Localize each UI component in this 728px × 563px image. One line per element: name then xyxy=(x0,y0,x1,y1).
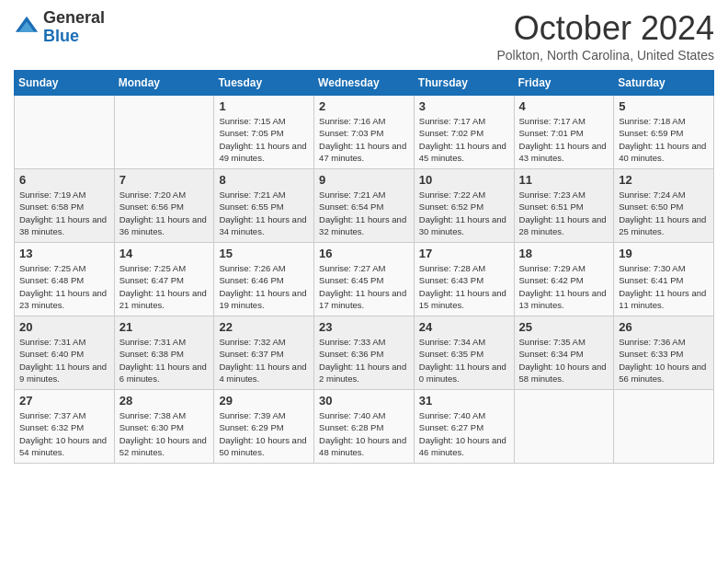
day-info: Sunrise: 7:38 AM Sunset: 6:30 PM Dayligh… xyxy=(119,409,210,458)
header-row: SundayMondayTuesdayWednesdayThursdayFrid… xyxy=(15,71,714,96)
day-info: Sunrise: 7:37 AM Sunset: 6:32 PM Dayligh… xyxy=(19,409,109,458)
day-info: Sunrise: 7:28 AM Sunset: 6:43 PM Dayligh… xyxy=(419,262,509,311)
calendar-cell: 18Sunrise: 7:29 AM Sunset: 6:42 PM Dayli… xyxy=(514,243,614,316)
day-info: Sunrise: 7:27 AM Sunset: 6:45 PM Dayligh… xyxy=(319,262,409,311)
calendar-cell: 5Sunrise: 7:18 AM Sunset: 6:59 PM Daylig… xyxy=(614,96,714,169)
header-cell-tuesday: Tuesday xyxy=(214,71,314,96)
day-info: Sunrise: 7:39 AM Sunset: 6:29 PM Dayligh… xyxy=(219,409,309,458)
logo-icon xyxy=(14,15,40,40)
day-info: Sunrise: 7:22 AM Sunset: 6:52 PM Dayligh… xyxy=(419,189,509,237)
day-info: Sunrise: 7:26 AM Sunset: 6:46 PM Dayligh… xyxy=(219,262,309,311)
header-cell-saturday: Saturday xyxy=(614,71,714,96)
day-info: Sunrise: 7:33 AM Sunset: 6:36 PM Dayligh… xyxy=(319,336,409,385)
calendar-cell: 3Sunrise: 7:17 AM Sunset: 7:02 PM Daylig… xyxy=(414,96,514,169)
calendar-cell: 20Sunrise: 7:31 AM Sunset: 6:40 PM Dayli… xyxy=(15,316,115,390)
week-row-3: 13Sunrise: 7:25 AM Sunset: 6:48 PM Dayli… xyxy=(15,243,714,316)
month-title: October 2024 xyxy=(496,9,714,48)
day-number: 6 xyxy=(19,173,109,187)
day-number: 13 xyxy=(19,247,109,260)
calendar-cell: 25Sunrise: 7:35 AM Sunset: 6:34 PM Dayli… xyxy=(514,316,614,390)
week-row-4: 20Sunrise: 7:31 AM Sunset: 6:40 PM Dayli… xyxy=(15,316,714,390)
logo-general: General xyxy=(43,8,105,27)
day-number: 11 xyxy=(519,173,609,187)
location: Polkton, North Carolina, United States xyxy=(496,48,714,63)
day-number: 3 xyxy=(419,99,509,113)
day-number: 20 xyxy=(19,320,109,334)
day-number: 1 xyxy=(219,99,309,113)
calendar-cell: 27Sunrise: 7:37 AM Sunset: 6:32 PM Dayli… xyxy=(15,390,115,464)
day-info: Sunrise: 7:24 AM Sunset: 6:50 PM Dayligh… xyxy=(619,189,709,237)
day-info: Sunrise: 7:31 AM Sunset: 6:38 PM Dayligh… xyxy=(119,336,210,385)
day-info: Sunrise: 7:31 AM Sunset: 6:40 PM Dayligh… xyxy=(19,336,109,385)
day-info: Sunrise: 7:35 AM Sunset: 6:34 PM Dayligh… xyxy=(519,336,609,385)
day-number: 15 xyxy=(219,247,309,260)
logo-blue: Blue xyxy=(43,27,79,45)
day-info: Sunrise: 7:21 AM Sunset: 6:54 PM Dayligh… xyxy=(319,189,409,237)
calendar-cell: 11Sunrise: 7:23 AM Sunset: 6:51 PM Dayli… xyxy=(514,169,614,243)
week-row-2: 6Sunrise: 7:19 AM Sunset: 6:58 PM Daylig… xyxy=(15,169,714,243)
week-row-1: 1Sunrise: 7:15 AM Sunset: 7:05 PM Daylig… xyxy=(15,96,714,169)
day-info: Sunrise: 7:21 AM Sunset: 6:55 PM Dayligh… xyxy=(219,189,309,237)
calendar-cell: 16Sunrise: 7:27 AM Sunset: 6:45 PM Dayli… xyxy=(314,243,415,316)
calendar-cell: 2Sunrise: 7:16 AM Sunset: 7:03 PM Daylig… xyxy=(314,96,415,169)
calendar-cell: 9Sunrise: 7:21 AM Sunset: 6:54 PM Daylig… xyxy=(314,169,415,243)
day-number: 8 xyxy=(219,173,309,187)
logo: General Blue xyxy=(14,9,105,46)
calendar-cell: 24Sunrise: 7:34 AM Sunset: 6:35 PM Dayli… xyxy=(414,316,514,390)
day-info: Sunrise: 7:23 AM Sunset: 6:51 PM Dayligh… xyxy=(519,189,609,237)
calendar-cell: 15Sunrise: 7:26 AM Sunset: 6:46 PM Dayli… xyxy=(214,243,314,316)
calendar-cell: 1Sunrise: 7:15 AM Sunset: 7:05 PM Daylig… xyxy=(214,96,314,169)
calendar-cell: 7Sunrise: 7:20 AM Sunset: 6:56 PM Daylig… xyxy=(114,169,214,243)
day-info: Sunrise: 7:32 AM Sunset: 6:37 PM Dayligh… xyxy=(219,336,309,385)
day-number: 5 xyxy=(619,99,709,113)
day-number: 4 xyxy=(519,99,609,113)
calendar-cell xyxy=(614,390,714,464)
day-info: Sunrise: 7:15 AM Sunset: 7:05 PM Dayligh… xyxy=(219,115,309,164)
calendar-cell: 14Sunrise: 7:25 AM Sunset: 6:47 PM Dayli… xyxy=(114,243,214,316)
day-info: Sunrise: 7:19 AM Sunset: 6:58 PM Dayligh… xyxy=(19,189,109,237)
day-info: Sunrise: 7:29 AM Sunset: 6:42 PM Dayligh… xyxy=(519,262,609,311)
day-number: 23 xyxy=(319,320,409,334)
day-info: Sunrise: 7:17 AM Sunset: 7:02 PM Dayligh… xyxy=(419,115,509,164)
day-info: Sunrise: 7:36 AM Sunset: 6:33 PM Dayligh… xyxy=(619,336,709,385)
day-info: Sunrise: 7:17 AM Sunset: 7:01 PM Dayligh… xyxy=(519,115,609,164)
day-number: 27 xyxy=(19,394,109,408)
day-number: 22 xyxy=(219,320,309,334)
day-number: 14 xyxy=(119,247,210,260)
logo-text: General Blue xyxy=(43,9,105,46)
day-number: 17 xyxy=(419,247,509,260)
day-info: Sunrise: 7:18 AM Sunset: 6:59 PM Dayligh… xyxy=(619,115,709,164)
calendar-cell: 10Sunrise: 7:22 AM Sunset: 6:52 PM Dayli… xyxy=(414,169,514,243)
calendar-cell: 8Sunrise: 7:21 AM Sunset: 6:55 PM Daylig… xyxy=(214,169,314,243)
header-cell-thursday: Thursday xyxy=(414,71,514,96)
day-number: 28 xyxy=(119,394,210,408)
calendar-cell: 29Sunrise: 7:39 AM Sunset: 6:29 PM Dayli… xyxy=(214,390,314,464)
day-number: 24 xyxy=(419,320,509,334)
day-number: 7 xyxy=(119,173,210,187)
header-cell-sunday: Sunday xyxy=(15,71,115,96)
day-number: 2 xyxy=(319,99,409,113)
day-number: 25 xyxy=(519,320,609,334)
day-info: Sunrise: 7:34 AM Sunset: 6:35 PM Dayligh… xyxy=(419,336,509,385)
calendar-table: SundayMondayTuesdayWednesdayThursdayFrid… xyxy=(14,70,714,464)
calendar-cell xyxy=(514,390,614,464)
calendar-body: 1Sunrise: 7:15 AM Sunset: 7:05 PM Daylig… xyxy=(15,96,714,464)
calendar-cell: 31Sunrise: 7:40 AM Sunset: 6:27 PM Dayli… xyxy=(414,390,514,464)
calendar-cell xyxy=(15,96,115,169)
header-cell-friday: Friday xyxy=(514,71,614,96)
day-number: 19 xyxy=(619,247,709,260)
calendar-cell: 12Sunrise: 7:24 AM Sunset: 6:50 PM Dayli… xyxy=(614,169,714,243)
day-number: 21 xyxy=(119,320,210,334)
week-row-5: 27Sunrise: 7:37 AM Sunset: 6:32 PM Dayli… xyxy=(15,390,714,464)
day-info: Sunrise: 7:30 AM Sunset: 6:41 PM Dayligh… xyxy=(619,262,709,311)
title-section: October 2024 Polkton, North Carolina, Un… xyxy=(496,9,714,63)
day-number: 30 xyxy=(319,394,409,408)
calendar-cell: 23Sunrise: 7:33 AM Sunset: 6:36 PM Dayli… xyxy=(314,316,415,390)
calendar-cell: 13Sunrise: 7:25 AM Sunset: 6:48 PM Dayli… xyxy=(15,243,115,316)
calendar-cell: 30Sunrise: 7:40 AM Sunset: 6:28 PM Dayli… xyxy=(314,390,415,464)
calendar-cell: 4Sunrise: 7:17 AM Sunset: 7:01 PM Daylig… xyxy=(514,96,614,169)
day-number: 10 xyxy=(419,173,509,187)
header-cell-wednesday: Wednesday xyxy=(314,71,415,96)
day-info: Sunrise: 7:16 AM Sunset: 7:03 PM Dayligh… xyxy=(319,115,409,164)
calendar-cell: 6Sunrise: 7:19 AM Sunset: 6:58 PM Daylig… xyxy=(15,169,115,243)
